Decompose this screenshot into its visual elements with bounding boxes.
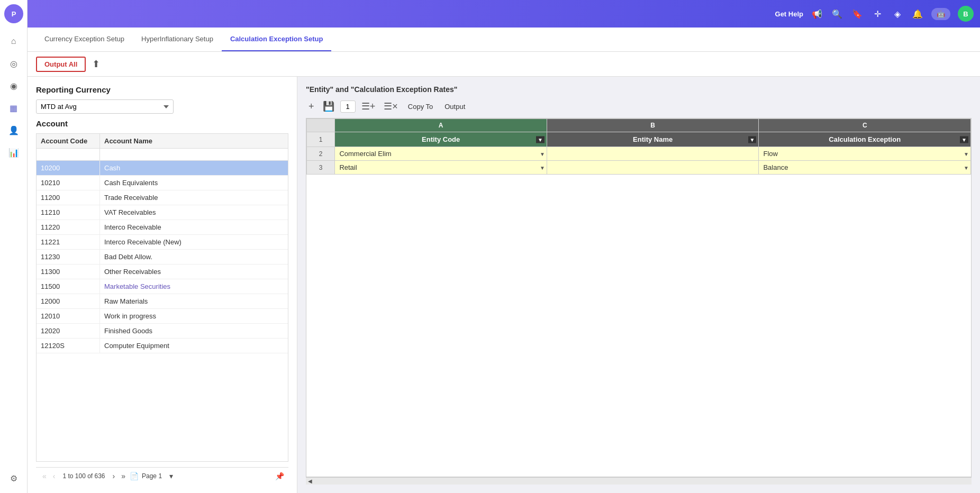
- users-icon[interactable]: 👤: [4, 121, 23, 140]
- calc-exception-cell-3-arrow[interactable]: ▼: [964, 165, 969, 170]
- spreadsheet-wrapper: A B C 1 Entity Code ▼: [306, 118, 972, 477]
- entity-code-header[interactable]: Entity Code ▼: [335, 132, 547, 147]
- get-help-button[interactable]: Get Help: [775, 10, 803, 18]
- reporting-currency-row: MTD at Avg YTD at Avg End of Period: [36, 99, 288, 114]
- megaphone-icon[interactable]: 📢: [811, 7, 823, 20]
- account-row[interactable]: 11220 Interco Receivable: [37, 220, 288, 235]
- account-code-header: Account Code: [37, 134, 100, 148]
- data-row-2: 2 Commercial Elim ▼ Flow ▼: [307, 147, 971, 161]
- copy-to-button[interactable]: Copy To: [404, 101, 437, 112]
- account-row[interactable]: 12020 Finished Goods: [37, 324, 288, 339]
- col-header-a: A: [335, 119, 547, 132]
- spreadsheet: A B C 1 Entity Code ▼: [306, 118, 971, 175]
- topbar: Get Help 📢 🔍 🔖 ✛ ◈ 🔔 🤖 B: [28, 0, 980, 28]
- last-page-button[interactable]: »: [119, 471, 128, 481]
- account-row[interactable]: 12010 Work in progress: [37, 309, 288, 324]
- page-dropdown-button[interactable]: ▾: [167, 471, 175, 481]
- entity-code-cell-3-arrow[interactable]: ▼: [540, 165, 545, 170]
- save-button[interactable]: 💾: [320, 99, 337, 114]
- account-name-filter[interactable]: [100, 149, 288, 160]
- tabs-bar: Currency Exception Setup HyperInflationa…: [28, 28, 980, 52]
- entity-name-cell-2[interactable]: [547, 147, 759, 161]
- reporting-currency-select[interactable]: MTD at Avg YTD at Avg End of Period: [36, 99, 174, 114]
- account-code-filter[interactable]: [37, 149, 100, 160]
- entity-code-cell-2-arrow[interactable]: ▼: [540, 151, 545, 157]
- home-icon[interactable]: ⌂: [4, 32, 23, 51]
- account-row[interactable]: 11230 Bad Debt Allow.: [37, 250, 288, 264]
- account-row[interactable]: 12120S Computer Equipment: [37, 339, 288, 353]
- row-num-header: [307, 119, 335, 132]
- account-row[interactable]: 11300 Other Receivables: [37, 264, 288, 279]
- prev-page-button[interactable]: ‹: [51, 471, 58, 481]
- account-row[interactable]: 11200 Trade Receivable: [37, 190, 288, 205]
- page-icon[interactable]: 📄: [130, 472, 139, 480]
- pin-icon[interactable]: 📌: [275, 472, 284, 480]
- calc-exception-dropdown-arrow[interactable]: ▼: [960, 136, 968, 143]
- col-header-c: C: [759, 119, 971, 132]
- tab-calculation-exception[interactable]: Calculation Exception Setup: [222, 28, 332, 51]
- target-icon[interactable]: ◉: [4, 76, 23, 95]
- account-name-cell: Cash: [100, 161, 288, 175]
- account-row[interactable]: 11221 Interco Receivable (New): [37, 235, 288, 250]
- grid-title: "Entity" and "Calculation Exception Rate…: [306, 85, 972, 94]
- grid-icon[interactable]: ▦: [4, 98, 23, 117]
- ai-chip[interactable]: 🤖: [931, 8, 950, 20]
- account-filter-row: [37, 149, 288, 161]
- calc-exception-cell-2-arrow[interactable]: ▼: [964, 151, 969, 157]
- data-row-3: 3 Retail ▼ Balance ▼: [307, 161, 971, 175]
- horizontal-scrollbar[interactable]: ◀: [306, 477, 972, 485]
- entity-code-cell-3[interactable]: Retail ▼: [335, 161, 547, 175]
- add-grid-row-button[interactable]: ☰+: [359, 99, 378, 114]
- account-table: Account Code Account Name 10200 Cash: [36, 133, 288, 462]
- ai-chip-icon: 🤖: [937, 10, 945, 18]
- bookmark-icon[interactable]: 🔖: [851, 7, 864, 20]
- account-row[interactable]: 12000 Raw Materials: [37, 294, 288, 309]
- left-panel: Reporting Currency MTD at Avg YTD at Avg…: [28, 77, 297, 493]
- tab-currency-exception[interactable]: Currency Exception Setup: [36, 28, 133, 51]
- settings-icon[interactable]: ⚙: [4, 469, 23, 488]
- cube-icon[interactable]: ◈: [891, 7, 904, 20]
- calc-exception-header[interactable]: Calculation Exception ▼: [759, 132, 971, 147]
- account-row[interactable]: 11500 Marketable Securities: [37, 279, 288, 294]
- calc-exception-cell-3[interactable]: Balance ▼: [759, 161, 971, 175]
- entity-name-dropdown-arrow[interactable]: ▼: [748, 136, 757, 143]
- entity-code-dropdown-arrow[interactable]: ▼: [536, 136, 545, 143]
- output-button[interactable]: Output: [440, 101, 469, 112]
- account-rows: 10200 Cash 10210 Cash Equivalents 11200 …: [37, 161, 288, 461]
- account-code-cell: 10200: [37, 161, 100, 175]
- user-avatar[interactable]: B: [958, 6, 974, 22]
- account-row[interactable]: 10200 Cash: [37, 161, 288, 176]
- first-page-button[interactable]: «: [40, 471, 49, 481]
- account-title: Account: [36, 119, 288, 128]
- add-row-button[interactable]: +: [306, 99, 317, 114]
- account-table-header: Account Code Account Name: [37, 134, 288, 149]
- content-area: Currency Exception Setup HyperInflationa…: [28, 28, 980, 493]
- output-all-button[interactable]: Output All: [36, 57, 86, 72]
- account-row[interactable]: 10210 Cash Equivalents: [37, 176, 288, 190]
- count-button[interactable]: 1: [340, 101, 356, 113]
- tab-hyperinflationary[interactable]: HyperInflationary Setup: [133, 28, 222, 51]
- grid-toolbar: + 💾 1 ☰+ ☰× Copy To Output: [306, 99, 972, 114]
- chart-icon[interactable]: 📊: [4, 143, 23, 162]
- reporting-currency-title: Reporting Currency: [36, 85, 288, 94]
- main-toolbar: Output All ⬆: [28, 52, 980, 77]
- account-row[interactable]: 11210 VAT Receivables: [37, 205, 288, 220]
- export-button[interactable]: ⬆: [90, 56, 102, 72]
- calc-exception-cell-2[interactable]: Flow ▼: [759, 147, 971, 161]
- del-grid-row-button[interactable]: ☰×: [381, 99, 401, 114]
- next-page-button[interactable]: ›: [111, 471, 117, 481]
- search-icon[interactable]: 🔍: [831, 7, 843, 20]
- page-label: Page 1: [142, 472, 162, 480]
- activity-icon[interactable]: ◎: [4, 54, 23, 73]
- account-name-header: Account Name: [100, 134, 288, 148]
- header-row-num: 1: [307, 132, 335, 147]
- sidebar: P ⌂ ◎ ◉ ▦ 👤 📊 ⚙: [0, 0, 28, 493]
- entity-name-header[interactable]: Entity Name ▼: [547, 132, 759, 147]
- row-num-3: 3: [307, 161, 335, 175]
- scroll-left-button[interactable]: ◀: [306, 478, 314, 484]
- compass-icon[interactable]: ✛: [871, 7, 884, 20]
- entity-name-cell-3[interactable]: [547, 161, 759, 175]
- bell-icon[interactable]: 🔔: [911, 7, 924, 20]
- entity-code-cell-2[interactable]: Commercial Elim ▼: [335, 147, 547, 161]
- app-logo[interactable]: P: [4, 4, 23, 23]
